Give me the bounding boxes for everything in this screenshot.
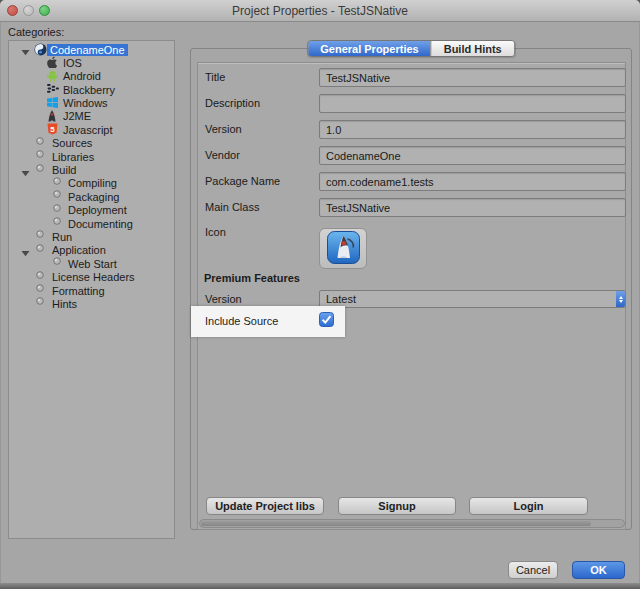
j2me-icon [47, 110, 57, 122]
node-icon [36, 150, 44, 158]
tree-item-application[interactable]: Application [9, 244, 174, 257]
main-class-label: Main Class [205, 201, 259, 213]
node-icon [36, 271, 44, 279]
ok-button[interactable]: OK [572, 561, 625, 579]
tree-item-codenameone[interactable]: CodenameOne [9, 43, 174, 56]
tree-item-label: Javascript [63, 124, 113, 136]
categories-label: Categories: [8, 26, 64, 38]
tree-item-android[interactable]: Android [9, 70, 174, 83]
node-icon [36, 284, 44, 292]
cancel-button[interactable]: Cancel [508, 561, 558, 579]
tree-item-formatting[interactable]: Formatting [9, 284, 174, 297]
premium-version-value: Latest [326, 293, 356, 305]
horizontal-scrollbar[interactable] [199, 519, 625, 528]
properties-panel: General PropertiesBuild Hints TitleDescr… [190, 48, 632, 530]
node-icon [36, 244, 44, 252]
scrollbar-thumb[interactable] [201, 521, 591, 526]
tree-item-blackberry[interactable]: Blackberry [9, 83, 174, 96]
tree-item-build[interactable]: Build [9, 164, 174, 177]
tree-item-label: Application [52, 244, 106, 256]
javascript-icon: 5 [47, 123, 58, 135]
include-source-checkbox[interactable] [319, 312, 334, 327]
tree-item-label: Documenting [68, 218, 133, 230]
title-bar[interactable]: Project Properties - TestJSNative [0, 0, 640, 22]
svg-text:5: 5 [50, 125, 55, 134]
tree-item-deployment[interactable]: Deployment [9, 204, 174, 217]
tree-item-license-headers[interactable]: License Headers [9, 271, 174, 284]
duke-app-icon [327, 231, 360, 267]
tree-item-label: CodenameOne [47, 44, 128, 56]
project-properties-dialog: Project Properties - TestJSNative Catego… [0, 0, 640, 589]
version-label: Version [205, 123, 242, 135]
version-field[interactable] [319, 120, 626, 139]
icon-field-label: Icon [205, 226, 226, 238]
node-icon [36, 164, 44, 172]
tree-item-web-start[interactable]: Web Start [9, 257, 174, 270]
tree-item-run[interactable]: Run [9, 230, 174, 243]
node-icon [36, 137, 44, 145]
blackberry-icon [47, 83, 59, 94]
tree-item-label: Web Start [68, 258, 117, 270]
tree-item-label: Blackberry [63, 84, 115, 96]
tree-item-label: J2ME [63, 110, 91, 122]
description-label: Description [205, 97, 260, 109]
vendor-field[interactable] [319, 146, 626, 165]
chevron-updown-icon [616, 291, 625, 307]
premium-version-dropdown[interactable]: Latest [319, 290, 626, 308]
tree-item-label: License Headers [52, 271, 135, 283]
premium-features-header: Premium Features [204, 272, 300, 284]
tree-item-compiling[interactable]: Compiling [9, 177, 174, 190]
tree-item-javascript[interactable]: 5Javascript [9, 123, 174, 136]
package-name-label: Package Name [205, 175, 280, 187]
title-label: Title [205, 71, 225, 83]
node-icon [36, 297, 44, 305]
tree-item-windows[interactable]: Windows [9, 97, 174, 110]
apple-icon [47, 56, 58, 68]
node-icon [53, 217, 61, 225]
vendor-label: Vendor [205, 149, 240, 161]
tree-item-label: IOS [63, 57, 82, 69]
categories-tree[interactable]: CodenameOneIOSAndroidBlackberryWindowsJ2… [8, 40, 175, 539]
tree-item-label: Build [52, 164, 76, 176]
node-icon [53, 177, 61, 185]
tree-item-label: Libraries [52, 151, 94, 163]
premium-version-label: Version [205, 293, 242, 305]
tree-item-label: Deployment [68, 204, 127, 216]
node-icon [53, 190, 61, 198]
tree-item-label: Android [63, 70, 101, 82]
tree-item-label: Hints [52, 298, 77, 310]
package-name-field[interactable] [319, 172, 626, 191]
app-icon-button[interactable] [319, 228, 367, 269]
tree-item-j2me[interactable]: J2ME [9, 110, 174, 123]
tree-item-packaging[interactable]: Packaging [9, 190, 174, 203]
tree-item-label: Compiling [68, 177, 117, 189]
tree-item-label: Windows [63, 97, 108, 109]
node-icon [53, 204, 61, 212]
tree-item-documenting[interactable]: Documenting [9, 217, 174, 230]
tree-item-ios[interactable]: IOS [9, 56, 174, 69]
properties-tab-bar[interactable]: General PropertiesBuild Hints [307, 40, 515, 57]
tab-build-hints[interactable]: Build Hints [431, 41, 514, 56]
codenameone-icon [34, 43, 47, 56]
tree-item-libraries[interactable]: Libraries [9, 150, 174, 163]
tab-general-properties[interactable]: General Properties [308, 41, 430, 56]
title-field[interactable] [319, 68, 626, 87]
tree-item-label: Formatting [52, 285, 105, 297]
window-title: Project Properties - TestJSNative [0, 4, 640, 18]
description-field[interactable] [319, 94, 626, 113]
tree-item-label: Packaging [68, 191, 119, 203]
tree-item-label: Run [52, 231, 72, 243]
signup-button[interactable]: Signup [338, 497, 456, 515]
android-icon [47, 70, 58, 82]
tree-item-sources[interactable]: Sources [9, 137, 174, 150]
window-bottom-edge [0, 583, 640, 589]
tree-item-hints[interactable]: Hints [9, 297, 174, 310]
windows-icon [47, 97, 58, 108]
node-icon [36, 230, 44, 238]
include-source-label: Include Source [205, 315, 278, 327]
main-class-field[interactable] [319, 198, 626, 217]
node-icon [53, 257, 61, 265]
tree-item-label: Sources [52, 137, 92, 149]
login-button[interactable]: Login [469, 497, 588, 515]
update-project-libs-button[interactable]: Update Project libs [206, 497, 324, 515]
